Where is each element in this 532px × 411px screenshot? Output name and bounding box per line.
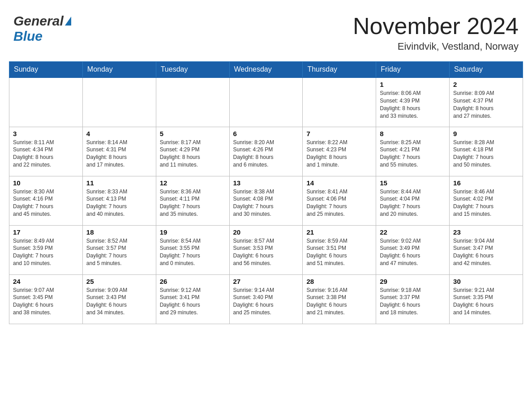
calendar-cell: 26Sunrise: 9:12 AM Sunset: 3:41 PM Dayli… [156,274,229,324]
calendar-cell: 17Sunrise: 8:49 AM Sunset: 3:59 PM Dayli… [9,225,83,274]
day-number: 27 [233,278,299,285]
calendar-header: SundayMondayTuesdayWednesdayThursdayFrid… [9,62,523,78]
day-number: 26 [160,278,226,285]
day-number: 16 [453,179,519,187]
calendar-cell [303,77,376,127]
logo-triangle-icon [65,17,71,26]
logo-general-text: General [13,13,64,29]
day-number: 2 [453,81,519,88]
day-number: 28 [306,278,372,285]
day-number: 17 [13,228,79,236]
calendar-cell: 7Sunrise: 8:22 AM Sunset: 4:23 PM Daylig… [303,127,376,176]
day-info: Sunrise: 8:41 AM Sunset: 4:06 PM Dayligh… [306,188,372,218]
day-info: Sunrise: 8:59 AM Sunset: 3:51 PM Dayligh… [306,237,372,267]
day-number: 19 [160,228,226,236]
day-info: Sunrise: 9:02 AM Sunset: 3:49 PM Dayligh… [380,237,446,267]
calendar: SundayMondayTuesdayWednesdayThursdayFrid… [9,61,523,324]
day-info: Sunrise: 8:38 AM Sunset: 4:08 PM Dayligh… [233,188,299,218]
day-number: 14 [306,179,372,187]
day-number: 10 [13,179,79,187]
calendar-cell: 6Sunrise: 8:20 AM Sunset: 4:26 PM Daylig… [229,127,303,176]
day-info: Sunrise: 9:12 AM Sunset: 3:41 PM Dayligh… [160,287,226,317]
day-info: Sunrise: 8:14 AM Sunset: 4:31 PM Dayligh… [86,139,152,169]
calendar-cell [156,77,229,127]
calendar-cell: 20Sunrise: 8:57 AM Sunset: 3:53 PM Dayli… [229,225,303,274]
calendar-cell: 9Sunrise: 8:28 AM Sunset: 4:18 PM Daylig… [450,127,523,176]
week-row-5: 24Sunrise: 9:07 AM Sunset: 3:45 PM Dayli… [9,274,523,324]
weekday-saturday: Saturday [450,62,523,78]
calendar-cell: 12Sunrise: 8:36 AM Sunset: 4:11 PM Dayli… [156,176,229,225]
calendar-cell: 16Sunrise: 8:46 AM Sunset: 4:02 PM Dayli… [450,176,523,225]
logo-blue-text: Blue [13,29,43,43]
calendar-cell: 8Sunrise: 8:25 AM Sunset: 4:21 PM Daylig… [376,127,450,176]
day-info: Sunrise: 8:09 AM Sunset: 4:37 PM Dayligh… [453,90,519,120]
day-number: 20 [233,228,299,236]
day-info: Sunrise: 8:25 AM Sunset: 4:21 PM Dayligh… [380,139,446,169]
calendar-cell: 30Sunrise: 9:21 AM Sunset: 3:35 PM Dayli… [450,274,523,324]
day-info: Sunrise: 8:46 AM Sunset: 4:02 PM Dayligh… [453,188,519,218]
calendar-cell: 1Sunrise: 8:06 AM Sunset: 4:39 PM Daylig… [376,77,450,127]
day-info: Sunrise: 8:20 AM Sunset: 4:26 PM Dayligh… [233,139,299,169]
day-info: Sunrise: 8:36 AM Sunset: 4:11 PM Dayligh… [160,188,226,218]
calendar-cell: 13Sunrise: 8:38 AM Sunset: 4:08 PM Dayli… [229,176,303,225]
location: Eivindvik, Vestland, Norway [353,41,519,52]
day-info: Sunrise: 8:44 AM Sunset: 4:04 PM Dayligh… [380,188,446,218]
week-row-2: 3Sunrise: 8:11 AM Sunset: 4:34 PM Daylig… [9,127,523,176]
calendar-cell: 24Sunrise: 9:07 AM Sunset: 3:45 PM Dayli… [9,274,83,324]
day-info: Sunrise: 8:06 AM Sunset: 4:39 PM Dayligh… [380,90,446,120]
calendar-cell: 10Sunrise: 8:30 AM Sunset: 4:16 PM Dayli… [9,176,83,225]
day-number: 6 [233,130,299,137]
day-info: Sunrise: 9:16 AM Sunset: 3:38 PM Dayligh… [306,287,372,317]
day-number: 11 [86,179,152,187]
month-title: November 2024 [353,13,519,39]
calendar-cell: 14Sunrise: 8:41 AM Sunset: 4:06 PM Dayli… [303,176,376,225]
calendar-cell: 15Sunrise: 8:44 AM Sunset: 4:04 PM Dayli… [376,176,450,225]
day-number: 3 [13,130,79,137]
weekday-friday: Friday [376,62,450,78]
weekday-monday: Monday [82,62,156,78]
calendar-cell: 28Sunrise: 9:16 AM Sunset: 3:38 PM Dayli… [303,274,376,324]
day-number: 13 [233,179,299,187]
day-info: Sunrise: 8:33 AM Sunset: 4:13 PM Dayligh… [86,188,152,218]
day-info: Sunrise: 8:17 AM Sunset: 4:29 PM Dayligh… [160,139,226,169]
day-number: 21 [306,228,372,236]
weekday-wednesday: Wednesday [229,62,303,78]
day-number: 8 [380,130,446,137]
calendar-cell: 2Sunrise: 8:09 AM Sunset: 4:37 PM Daylig… [450,77,523,127]
calendar-cell: 18Sunrise: 8:52 AM Sunset: 3:57 PM Dayli… [82,225,156,274]
calendar-cell [9,77,83,127]
week-row-3: 10Sunrise: 8:30 AM Sunset: 4:16 PM Dayli… [9,176,523,225]
day-number: 15 [380,179,446,187]
week-row-1: 1Sunrise: 8:06 AM Sunset: 4:39 PM Daylig… [9,77,523,127]
weekday-tuesday: Tuesday [156,62,229,78]
day-info: Sunrise: 9:04 AM Sunset: 3:47 PM Dayligh… [453,237,519,267]
day-number: 24 [13,278,79,285]
day-number: 1 [380,81,446,88]
day-info: Sunrise: 9:18 AM Sunset: 3:37 PM Dayligh… [380,287,446,317]
day-number: 7 [306,130,372,137]
day-number: 4 [86,130,152,137]
calendar-cell: 21Sunrise: 8:59 AM Sunset: 3:51 PM Dayli… [303,225,376,274]
calendar-cell: 25Sunrise: 9:09 AM Sunset: 3:43 PM Dayli… [82,274,156,324]
day-info: Sunrise: 8:28 AM Sunset: 4:18 PM Dayligh… [453,139,519,169]
day-info: Sunrise: 8:49 AM Sunset: 3:59 PM Dayligh… [13,237,79,267]
logo: General Blue [13,13,71,44]
day-number: 30 [453,278,519,285]
day-info: Sunrise: 8:30 AM Sunset: 4:16 PM Dayligh… [13,188,79,218]
page-header: General Blue November 2024 Eivindvik, Ve… [9,9,523,52]
day-info: Sunrise: 9:07 AM Sunset: 3:45 PM Dayligh… [13,287,79,317]
calendar-cell: 4Sunrise: 8:14 AM Sunset: 4:31 PM Daylig… [82,127,156,176]
day-number: 25 [86,278,152,285]
day-info: Sunrise: 8:54 AM Sunset: 3:55 PM Dayligh… [160,237,226,267]
calendar-cell: 5Sunrise: 8:17 AM Sunset: 4:29 PM Daylig… [156,127,229,176]
day-number: 23 [453,228,519,236]
day-info: Sunrise: 8:52 AM Sunset: 3:57 PM Dayligh… [86,237,152,267]
calendar-cell: 11Sunrise: 8:33 AM Sunset: 4:13 PM Dayli… [82,176,156,225]
calendar-cell [229,77,303,127]
day-number: 5 [160,130,226,137]
day-number: 29 [380,278,446,285]
calendar-cell: 29Sunrise: 9:18 AM Sunset: 3:37 PM Dayli… [376,274,450,324]
calendar-cell: 27Sunrise: 9:14 AM Sunset: 3:40 PM Dayli… [229,274,303,324]
day-number: 18 [86,228,152,236]
calendar-body: 1Sunrise: 8:06 AM Sunset: 4:39 PM Daylig… [9,77,523,324]
